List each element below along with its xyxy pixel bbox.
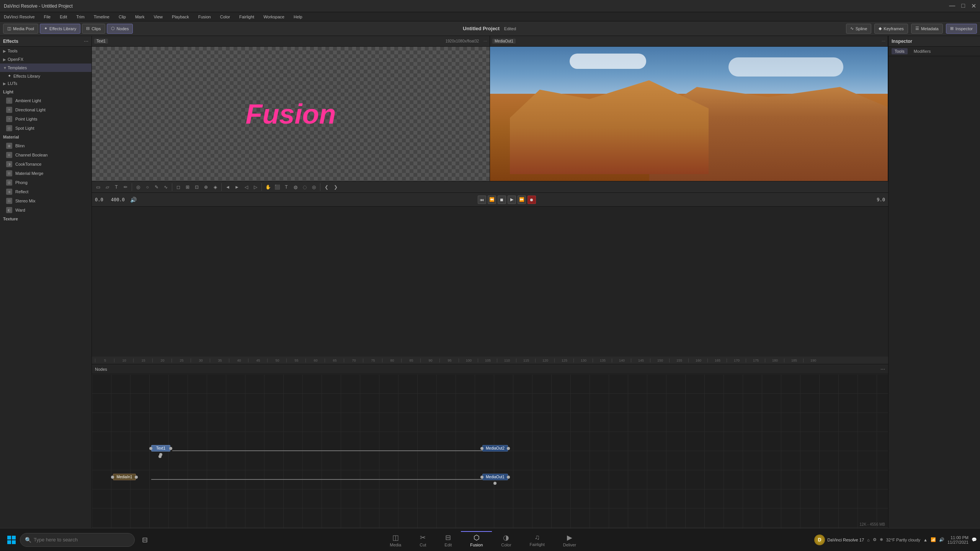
notification-icon[interactable]: 💬 bbox=[972, 537, 977, 542]
inspector-button[interactable]: ⊞ Inspector bbox=[946, 24, 977, 34]
node-mediain1[interactable]: MediaIn1 bbox=[113, 474, 136, 480]
go-to-start-button[interactable]: ⏮ bbox=[478, 196, 486, 204]
tool-bezier[interactable]: ✎ bbox=[152, 183, 161, 192]
effects-reflect[interactable]: ◈ Reflect bbox=[0, 187, 91, 196]
effects-channel-boolean[interactable]: ⊕ Channel Boolean bbox=[0, 150, 91, 160]
effects-material-merge[interactable]: ⊞ Material Merge bbox=[0, 169, 91, 178]
effects-spot-light[interactable]: ◎ Spot Light bbox=[0, 124, 91, 133]
menu-playback[interactable]: Playback bbox=[170, 14, 191, 20]
effects-ward[interactable]: ◐ Ward bbox=[0, 205, 91, 215]
tool-rect[interactable]: ◻ bbox=[174, 183, 183, 192]
tool-prev[interactable]: ◄ bbox=[223, 183, 232, 192]
spline-button[interactable]: ∿ Spline bbox=[846, 24, 872, 34]
section-material[interactable]: Material bbox=[0, 133, 91, 141]
keyframes-button[interactable]: ◆ Keyframes bbox=[874, 24, 908, 34]
tab-deliver[interactable]: ▶ Deliver bbox=[554, 531, 585, 549]
viewer-left-label[interactable]: Text1 bbox=[94, 39, 108, 44]
effects-cooktorrance[interactable]: ◑ CookTorrance bbox=[0, 160, 91, 169]
effects-menu-icon[interactable]: ⋯ bbox=[84, 39, 88, 44]
menu-timeline[interactable]: Timeline bbox=[92, 14, 111, 20]
tool-erase[interactable]: ◎ bbox=[309, 183, 318, 192]
settings-icon[interactable]: ⚙ bbox=[873, 537, 877, 542]
node-mediaout2[interactable]: MediaOut2 bbox=[482, 445, 508, 452]
tool-text[interactable]: T bbox=[112, 183, 121, 192]
home-icon[interactable]: ⌂ bbox=[867, 538, 870, 542]
tree-item-luts[interactable]: ▶ LUTs bbox=[0, 79, 91, 88]
node-mediaout1[interactable]: MediaOut1 bbox=[482, 474, 508, 480]
effects-library-button[interactable]: ✦ Effects Library bbox=[40, 24, 80, 34]
section-light[interactable]: Light bbox=[0, 88, 91, 96]
minimize-button[interactable]: — bbox=[949, 2, 955, 10]
maximize-button[interactable]: □ bbox=[961, 2, 965, 10]
tool-grid[interactable]: ⊞ bbox=[183, 183, 192, 192]
tool-back[interactable]: ◁ bbox=[242, 183, 251, 192]
tab-cut[interactable]: ✂ Cut bbox=[410, 531, 435, 549]
menu-trim[interactable]: Trim bbox=[75, 14, 86, 20]
tool-hand[interactable]: ✋ bbox=[263, 183, 273, 192]
node-text1[interactable]: Text1 bbox=[151, 445, 170, 452]
inspector-tab-tools[interactable]: Tools bbox=[892, 48, 908, 54]
viewer-right-options[interactable]: ⋯ bbox=[882, 39, 885, 43]
tree-item-templates[interactable]: ▼ Templates bbox=[0, 64, 91, 72]
menu-workspace[interactable]: Workspace bbox=[262, 14, 286, 20]
tool-polygon[interactable]: ○ bbox=[143, 183, 152, 192]
viewer-left-options[interactable]: ⋯ bbox=[483, 39, 487, 43]
tool-clone[interactable]: ◌ bbox=[300, 183, 309, 192]
clips-button[interactable]: ⊟ Clips bbox=[82, 24, 105, 34]
effects-library-section[interactable]: ✦ Effects Library bbox=[0, 72, 91, 79]
tool-left[interactable]: ❮ bbox=[322, 183, 331, 192]
tool-ellipse[interactable]: ◎ bbox=[134, 183, 143, 192]
inspector-tab-modifiers[interactable]: Modifiers bbox=[911, 48, 934, 54]
tool-warp[interactable]: ◈ bbox=[211, 183, 220, 192]
effects-ambient-light[interactable]: ○ Ambient Light bbox=[0, 96, 91, 105]
viewer-right-label[interactable]: MediaOut1 bbox=[492, 39, 516, 44]
menu-edit[interactable]: Edit bbox=[58, 14, 69, 20]
play-button[interactable]: ▶ bbox=[508, 196, 516, 204]
media-pool-button[interactable]: ◫ Media Pool bbox=[3, 24, 38, 34]
tool-select[interactable]: ▭ bbox=[93, 183, 103, 192]
menu-color[interactable]: Color bbox=[219, 14, 232, 20]
menu-clip[interactable]: Clip bbox=[117, 14, 127, 20]
tool-fill[interactable]: ⬛ bbox=[273, 183, 282, 192]
tool-crosshair[interactable]: ⊕ bbox=[201, 183, 211, 192]
tool-brush[interactable]: ◍ bbox=[291, 183, 300, 192]
menu-view[interactable]: View bbox=[152, 14, 164, 20]
menu-help[interactable]: Help bbox=[292, 14, 304, 20]
tab-media[interactable]: ◫ Media bbox=[381, 531, 410, 549]
nodes-button[interactable]: ⬡ Nodes bbox=[107, 24, 133, 34]
effects-stereo-mix[interactable]: ⊟ Stereo Mix bbox=[0, 196, 91, 205]
close-button[interactable]: ✕ bbox=[971, 2, 976, 10]
tool-fwd[interactable]: ▷ bbox=[251, 183, 260, 192]
tab-color[interactable]: ◑ Color bbox=[492, 531, 520, 549]
record-button[interactable]: ⏺ bbox=[528, 196, 536, 204]
tool-next[interactable]: ► bbox=[232, 183, 242, 192]
volume-icon[interactable]: 🔊 bbox=[130, 197, 137, 203]
effects-blinn[interactable]: ◉ Blinn bbox=[0, 141, 91, 150]
tab-fusion[interactable]: ⬡ Fusion bbox=[461, 531, 492, 549]
metadata-button[interactable]: ☰ Metadata bbox=[911, 24, 943, 34]
tool-move[interactable]: ▱ bbox=[103, 183, 112, 192]
section-texture[interactable]: Texture bbox=[0, 215, 91, 223]
nodes-options-icon[interactable]: ⋯ bbox=[880, 367, 885, 372]
tool-paint[interactable]: ✏ bbox=[121, 183, 130, 192]
taskbar-search[interactable]: 🔍 Type here to search bbox=[20, 533, 135, 547]
tool-bspline[interactable]: ∿ bbox=[161, 183, 170, 192]
tool-right[interactable]: ❯ bbox=[331, 183, 340, 192]
step-back-button[interactable]: ⏪ bbox=[488, 196, 496, 204]
start-button[interactable] bbox=[3, 531, 20, 548]
menu-davinci[interactable]: DaVinci Resolve bbox=[2, 14, 36, 20]
effects-phong[interactable]: ◍ Phong bbox=[0, 178, 91, 187]
tree-item-openfx[interactable]: ▶ OpenFX bbox=[0, 55, 91, 64]
tab-edit[interactable]: ⊟ Edit bbox=[435, 531, 461, 549]
tool-text2[interactable]: T bbox=[282, 183, 291, 192]
effects-directional-light[interactable]: ☀ Directional Light bbox=[0, 105, 91, 114]
task-view-button[interactable]: ⊟ bbox=[136, 531, 153, 548]
stop-button[interactable]: ⏹ bbox=[498, 196, 506, 204]
expand-tray-icon[interactable]: ▲ bbox=[923, 538, 928, 542]
menu-fusion[interactable]: Fusion bbox=[197, 14, 212, 20]
step-fwd-button[interactable]: ⏩ bbox=[518, 196, 526, 204]
tab-fairlight[interactable]: ♫ Fairlight bbox=[521, 531, 554, 549]
tool-transform[interactable]: ⊡ bbox=[192, 183, 201, 192]
tree-item-tools[interactable]: ▶ Tools bbox=[0, 47, 91, 55]
nodes-canvas[interactable]: Text1 MediaOut2 bbox=[92, 374, 888, 528]
